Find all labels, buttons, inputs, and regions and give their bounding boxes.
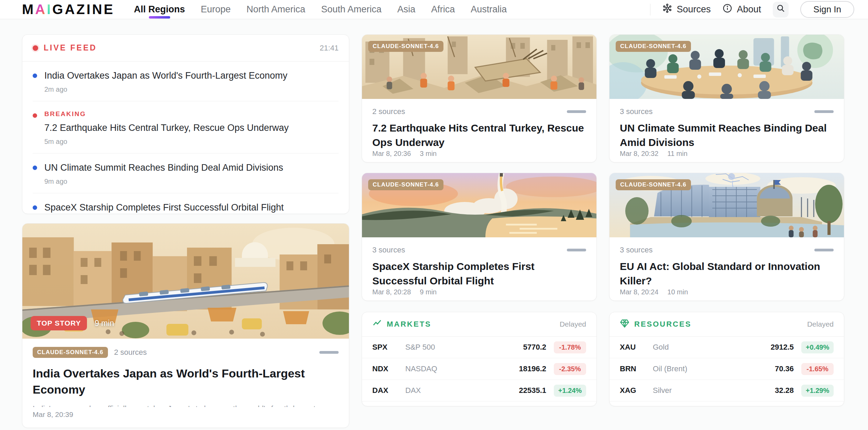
card-progress-bar (319, 351, 339, 354)
ticker-name: Oil (Brent) (653, 364, 775, 373)
card-progress-bar (567, 110, 586, 113)
tab-label: Europe (201, 4, 231, 15)
card-date: Mar 8, 20:32 (620, 150, 658, 158)
logo[interactable]: MAIGAZINE (22, 2, 114, 17)
top-story-body: CLAUDE-SONNET-4.6 2 sources India Overta… (22, 339, 349, 428)
eu-ai-act-body: 3 sources EU AI Act: Global Standard or … (609, 237, 844, 301)
top-story-card[interactable]: TOP STORY 9 min CLAUDE-SONNET-4.6 2 sour… (22, 223, 349, 428)
resources-title: RESOURCES (634, 320, 691, 329)
ticker-row: SPX S&P 500 5770.2 -1.78% (362, 337, 596, 358)
ticker-row: NDX NASDAQ 18196.2 -2.35% (362, 358, 596, 380)
tab-label: Asia (397, 4, 416, 15)
ticker-name: S&P 500 (405, 343, 523, 352)
ticker-value: 22535.1 (519, 386, 546, 395)
eu-ai-act-card[interactable]: CLAUDE-SONNET-4.6 3 sources EU AI Act: G… (609, 173, 844, 301)
gem-icon (620, 319, 629, 330)
ticker-value: 32.28 (775, 386, 794, 395)
trend-line-icon (372, 319, 382, 330)
breaking-label: BREAKING (44, 110, 339, 118)
live-feed-item[interactable]: India Overtakes Japan as World's Fourth-… (33, 61, 339, 101)
search-button[interactable] (773, 2, 789, 18)
earthquake-card[interactable]: CLAUDE-SONNET-4.6 2 sources 7.2 Earthqua… (362, 34, 597, 162)
card-meta: Mar 8, 20:32 11 min (620, 150, 834, 158)
middle-column: CLAUDE-SONNET-4.6 2 sources 7.2 Earthqua… (362, 34, 597, 428)
ticker-row: XAU Gold 2912.5 +0.49% (609, 337, 844, 358)
ticker-change-badge: +1.76% (801, 406, 834, 407)
tab-europe[interactable]: Europe (201, 0, 231, 19)
model-badge: CLAUDE-SONNET-4.6 (616, 41, 691, 52)
ticker-symbol: XAU (620, 343, 653, 352)
about-button[interactable]: About (722, 3, 761, 16)
feed-item-timestamp: 9m ago (44, 178, 339, 185)
spacex-image: CLAUDE-SONNET-4.6 (362, 173, 596, 237)
top-story-title: India Overtakes Japan as World's Fourth-… (33, 365, 308, 398)
card-title: EU AI Act: Global Standard or Innovation… (620, 259, 834, 288)
tab-asia[interactable]: Asia (397, 0, 416, 19)
live-feed-items: India Overtakes Japan as World's Fourth-… (22, 61, 349, 214)
main-content: LIVE FEED 21:41 India Overtakes Japan as… (0, 19, 868, 428)
resources-panel: RESOURCES Delayed XAU Gold 2912.5 +0.49%… (609, 312, 844, 406)
sources-count: 3 sources (372, 246, 405, 254)
spacex-card[interactable]: CLAUDE-SONNET-4.6 3 sources SpaceX Stars… (362, 173, 597, 301)
logo-part-gradient-i: I (47, 2, 52, 17)
ticker-name: Silver (653, 386, 775, 395)
sources-count: 2 sources (114, 348, 147, 357)
live-feed-item-breaking[interactable]: BREAKING 7.2 Earthquake Hits Central Tur… (33, 101, 339, 154)
ticker-change-badge: -2.16% (554, 406, 586, 407)
header-actions: Sources About Sign In (650, 1, 854, 18)
live-feed-panel: LIVE FEED 21:41 India Overtakes Japan as… (22, 34, 349, 214)
active-tab-indicator (149, 16, 170, 19)
tab-africa[interactable]: Africa (431, 0, 455, 19)
card-meta: Mar 8, 20:24 10 min (620, 288, 834, 296)
ticker-symbol: XAG (620, 386, 653, 395)
app-header: MAIGAZINE All Regions Europe North Ameri… (0, 0, 868, 19)
spacex-body: 3 sources SpaceX Starship Completes Firs… (362, 237, 596, 301)
ticker-row: DAX DAX 22535.1 +1.24% (362, 380, 596, 401)
tab-australia[interactable]: Australia (471, 0, 507, 19)
sources-count: 3 sources (620, 107, 652, 116)
earthquake-image: CLAUDE-SONNET-4.6 (362, 35, 596, 99)
earthquake-body: 2 sources 7.2 Earthquake Hits Central Tu… (362, 99, 596, 162)
tab-label: Africa (431, 4, 455, 15)
live-dot-icon (33, 45, 38, 51)
tab-south-america[interactable]: South America (321, 0, 382, 19)
search-icon (776, 4, 785, 15)
left-column: LIVE FEED 21:41 India Overtakes Japan as… (22, 34, 349, 428)
sources-button[interactable]: Sources (662, 3, 711, 16)
tab-label: Australia (471, 4, 507, 15)
ticker-row: XAG Silver 32.28 +1.29% (609, 380, 844, 401)
top-story-meta-row: CLAUDE-SONNET-4.6 2 sources (33, 347, 339, 358)
tab-north-america[interactable]: North America (246, 0, 305, 19)
live-feed-item[interactable]: SpaceX Starship Completes First Successf… (33, 193, 339, 214)
markets-panel: MARKETS Delayed SPX S&P 500 5770.2 -1.78… (362, 312, 597, 406)
feed-dot-icon (33, 113, 37, 118)
un-summit-card[interactable]: CLAUDE-SONNET-4.6 3 sources UN Climate S… (609, 34, 844, 162)
ticker-row: NKY Nikkei 37028.3 -2.16% (362, 401, 596, 406)
tab-label: All Regions (134, 4, 185, 15)
live-feed-item[interactable]: UN Climate Summit Reaches Binding Deal A… (33, 154, 339, 193)
tab-label: South America (321, 4, 382, 15)
ticker-value: 5770.2 (523, 343, 546, 352)
markets-header: MARKETS Delayed (362, 312, 596, 337)
feed-item-title: UN Climate Summit Reaches Binding Deal A… (44, 162, 339, 173)
ticker-name: NASDAQ (405, 364, 519, 373)
feed-item-title: India Overtakes Japan as World's Fourth-… (44, 70, 339, 81)
ticker-name: Gold (653, 343, 771, 352)
feed-dot-icon (33, 166, 37, 170)
card-progress-bar (814, 249, 834, 251)
feed-item-title: 7.2 Earthquake Hits Central Turkey, Resc… (44, 123, 339, 133)
top-story-teaser: India's economy has officially overtaken… (33, 404, 339, 407)
ticker-symbol: BRN (620, 364, 653, 373)
tab-all-regions[interactable]: All Regions (134, 0, 185, 19)
eu-ai-act-image: CLAUDE-SONNET-4.6 (609, 173, 844, 237)
live-feed-header: LIVE FEED 21:41 (22, 35, 349, 61)
ticker-value: 2912.5 (771, 343, 794, 352)
sources-label: Sources (677, 4, 711, 15)
model-badge: CLAUDE-SONNET-4.6 (33, 347, 108, 358)
resources-header: RESOURCES Delayed (609, 312, 844, 337)
card-meta: Mar 8, 20:28 9 min (372, 288, 586, 296)
un-summit-body: 3 sources UN Climate Summit Reaches Bind… (609, 99, 844, 162)
card-read-time: 9 min (420, 288, 437, 296)
ticker-symbol: SPX (372, 343, 405, 352)
sign-in-button[interactable]: Sign In (800, 1, 854, 18)
